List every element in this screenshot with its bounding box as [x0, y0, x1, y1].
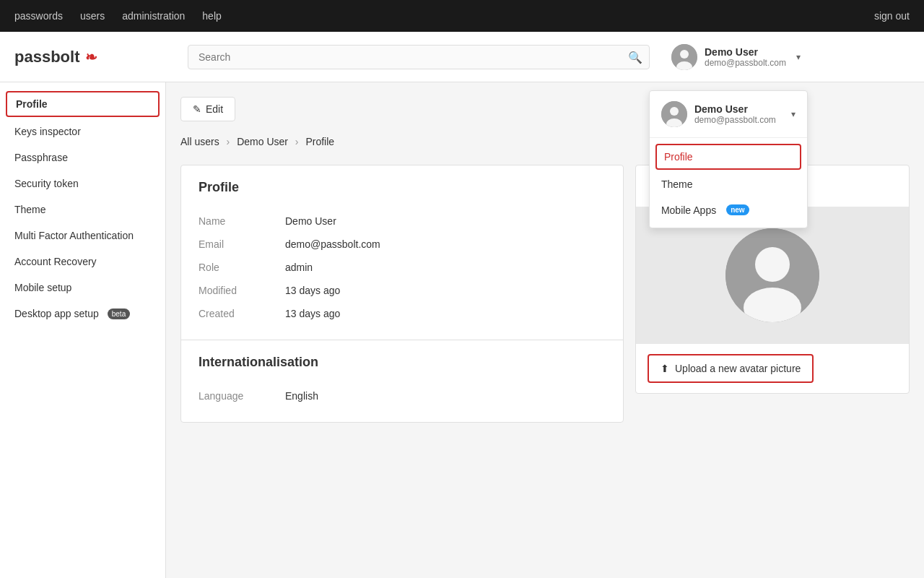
upload-avatar-button[interactable]: ⬆ Upload a new avatar picture: [648, 354, 814, 383]
search-input[interactable]: [188, 45, 650, 69]
field-value-role: admin: [285, 262, 313, 273]
user-dropdown-menu: Demo User demo@passbolt.com ▾ Profile Th…: [649, 90, 808, 228]
sidebar-item-security-token[interactable]: Security token: [0, 171, 165, 197]
logo-arrow-icon: ❧: [85, 48, 97, 66]
sidebar-item-desktop-app-setup[interactable]: Desktop app setup beta: [0, 301, 165, 327]
profile-card: Profile Name Demo User Email demo@passbo…: [180, 165, 624, 423]
sidebar-item-theme[interactable]: Theme: [0, 197, 165, 223]
svg-point-4: [670, 107, 679, 116]
field-name: Name Demo User: [199, 210, 606, 233]
dropdown-header: Demo User demo@passbolt.com ▾: [650, 91, 807, 138]
dropdown-item-theme[interactable]: Theme: [650, 171, 807, 197]
upload-icon: ⬆: [661, 363, 669, 374]
field-value-name: Demo User: [285, 215, 336, 227]
top-nav: passwords users administration help sign…: [0, 0, 924, 32]
internationalisation-section: Internationalisation Language English: [181, 340, 623, 422]
main-content: ✎ Edit All users › Demo User › Profile P…: [166, 82, 924, 578]
field-label-created: Created: [199, 308, 285, 319]
search-bar: 🔍: [188, 45, 650, 69]
logo-text: passbolt: [14, 48, 79, 66]
user-menu-trigger[interactable]: Demo User demo@passbolt.com ▾: [664, 40, 808, 74]
dropdown-item-profile[interactable]: Profile: [655, 144, 801, 170]
field-value-language: English: [285, 390, 318, 402]
field-value-email: demo@passbolt.com: [285, 238, 380, 250]
field-label-modified: Modified: [199, 285, 285, 296]
sidebar-item-keys-inspector[interactable]: Keys inspector: [0, 118, 165, 144]
internationalisation-card-title: Internationalisation: [199, 355, 606, 370]
profile-card-title: Profile: [199, 180, 606, 195]
user-email: demo@passbolt.com: [705, 58, 786, 68]
breadcrumb-demo-user[interactable]: Demo User: [237, 136, 288, 147]
header: passbolt ❧ 🔍 Demo User demo@passbolt.com…: [0, 32, 924, 82]
svg-point-1: [680, 50, 689, 59]
field-label-email: Email: [199, 238, 285, 250]
desktop-app-beta-badge: beta: [108, 309, 130, 319]
sidebar-item-passphrase[interactable]: Passphrase: [0, 144, 165, 171]
avatar-circle: [725, 228, 819, 322]
profile-section: Profile Name Demo User Email demo@passbo…: [181, 165, 623, 340]
field-value-modified: 13 days ago: [285, 285, 340, 296]
topnav-help[interactable]: help: [202, 10, 221, 22]
field-label-language: Language: [199, 390, 285, 402]
field-value-created: 13 days ago: [285, 308, 340, 319]
topnav-passwords[interactable]: passwords: [14, 10, 63, 22]
dropdown-user-info: Demo User demo@passbolt.com: [694, 103, 776, 125]
dropdown-avatar: [661, 101, 687, 127]
edit-label: Edit: [206, 103, 223, 115]
breadcrumb-separator-2: ›: [295, 136, 302, 147]
dropdown-chevron-icon: ▾: [791, 109, 796, 119]
avatar: [671, 44, 697, 70]
breadcrumb-all-users[interactable]: All users: [180, 136, 219, 147]
search-icon: 🔍: [628, 50, 642, 64]
user-info: Demo User demo@passbolt.com: [705, 46, 786, 68]
sidebar-item-account-recovery[interactable]: Account Recovery: [0, 249, 165, 275]
edit-button[interactable]: ✎ Edit: [180, 97, 235, 121]
breadcrumb-current: Profile: [305, 136, 334, 147]
mobile-apps-badge: new: [726, 204, 749, 215]
dropdown-item-mobile-apps[interactable]: Mobile Apps new: [650, 197, 807, 223]
topnav-administration[interactable]: administration: [122, 10, 185, 22]
breadcrumb-separator-1: ›: [227, 136, 233, 147]
topnav-left: passwords users administration help: [14, 10, 222, 22]
dropdown-user-email: demo@passbolt.com: [694, 115, 776, 125]
field-language: Language English: [199, 384, 606, 407]
user-name: Demo User: [705, 46, 786, 58]
field-email: Email demo@passbolt.com: [199, 233, 606, 256]
header-right: Demo User demo@passbolt.com ▾ Demo User …: [664, 40, 808, 74]
field-role: Role admin: [199, 256, 606, 279]
logo: passbolt ❧: [14, 48, 173, 66]
sidebar: Profile Keys inspector Passphrase Securi…: [0, 82, 166, 578]
chevron-down-icon: ▾: [796, 52, 801, 62]
topnav-signout[interactable]: sign out: [874, 10, 910, 22]
field-modified: Modified 13 days ago: [199, 279, 606, 302]
sidebar-item-mobile-setup[interactable]: Mobile setup: [0, 275, 165, 301]
edit-icon: ✎: [193, 103, 201, 115]
svg-point-7: [755, 247, 790, 282]
dropdown-user-name: Demo User: [694, 103, 776, 115]
avatar-svg: [725, 228, 819, 322]
field-created: Created 13 days ago: [199, 302, 606, 325]
field-label-role: Role: [199, 262, 285, 273]
topnav-users[interactable]: users: [80, 10, 105, 22]
upload-label: Upload a new avatar picture: [675, 363, 801, 374]
field-label-name: Name: [199, 215, 285, 227]
sidebar-item-mfa[interactable]: Multi Factor Authentication: [0, 223, 165, 249]
sidebar-item-profile[interactable]: Profile: [6, 91, 160, 117]
dropdown-menu-items: Profile Theme Mobile Apps new: [650, 138, 807, 228]
